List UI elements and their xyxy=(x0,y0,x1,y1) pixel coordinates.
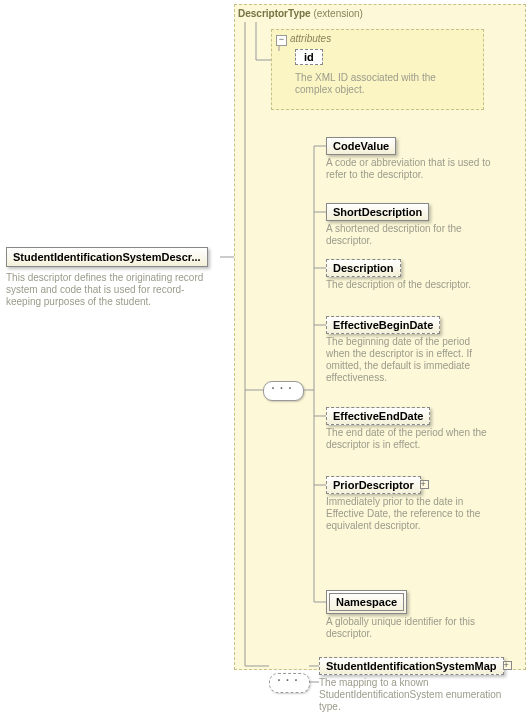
attribute-id-description: The XML ID associated with the complex o… xyxy=(295,72,465,96)
desc-effectivebegindate: The beginning date of the period when th… xyxy=(326,336,491,384)
desc-priordescriptor: Immediately prior to the date in Effecti… xyxy=(326,496,491,532)
node-namespace[interactable]: Namespace xyxy=(326,590,407,614)
node-effectivebegindate[interactable]: EffectiveBeginDate xyxy=(326,316,440,334)
extension-title: DescriptorType (extension) xyxy=(238,8,363,19)
node-priordescriptor[interactable]: PriorDescriptor xyxy=(326,476,421,494)
attribute-id[interactable]: id xyxy=(295,51,323,63)
node-description[interactable]: Description xyxy=(326,259,401,277)
desc-description: The description of the descriptor. xyxy=(326,279,491,291)
desc-studentidentificationsystemmap: The mapping to a known StudentIdentifica… xyxy=(319,677,509,713)
node-studentidentificationsystemmap[interactable]: StudentIdentificationSystemMap xyxy=(319,657,504,675)
desc-effectiveenddate: The end date of the period when the desc… xyxy=(326,427,491,451)
desc-namespace: A globally unique identifier for this de… xyxy=(326,616,491,640)
root-element[interactable]: StudentIdentificationSystemDescr... xyxy=(6,247,208,267)
root-description: This descriptor defines the originating … xyxy=(6,272,218,308)
sequence-connector-inner xyxy=(263,381,304,401)
desc-codevalue: A code or abbreviation that is used to r… xyxy=(326,157,491,181)
sequence-connector-outer xyxy=(269,673,310,693)
node-effectiveenddate[interactable]: EffectiveEndDate xyxy=(326,407,430,425)
node-codevalue[interactable]: CodeValue xyxy=(326,137,396,155)
node-shortdescription[interactable]: ShortDescription xyxy=(326,203,429,221)
attributes-header: −attributes xyxy=(276,33,331,46)
desc-shortdescription: A shortened description for the descript… xyxy=(326,223,491,247)
